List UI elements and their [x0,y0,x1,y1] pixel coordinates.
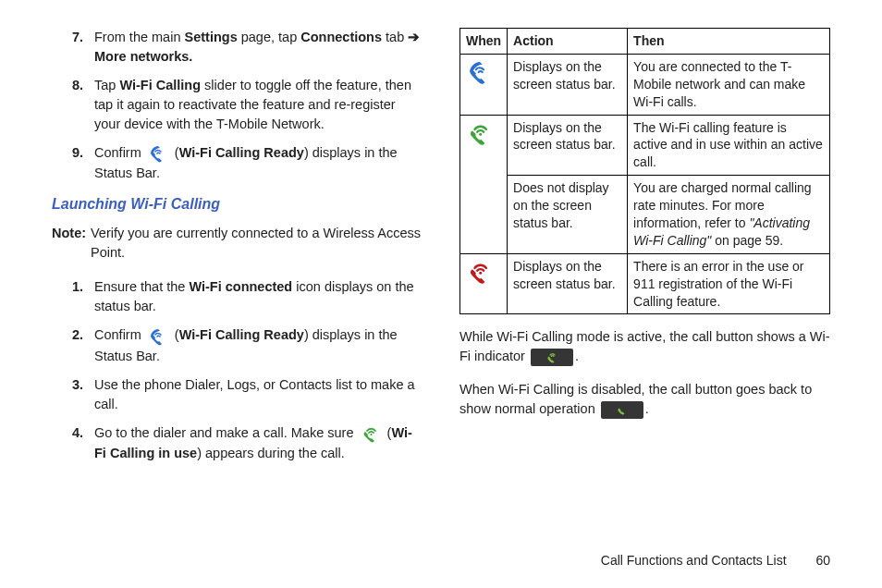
launch-step-1: 1. Ensure that the Wi-Fi connected icon … [68,277,423,316]
left-column: 7. From the main Settings page, tap Conn… [52,28,423,472]
manual-page: 7. From the main Settings page, tap Conn… [0,0,882,588]
table-row: Displays on the screen status bar. There… [460,253,830,314]
step-body: Go to the dialer and make a call. Make s… [94,423,423,463]
wifi-calling-ready-icon [148,143,168,164]
call-button-normal-icon [601,401,643,419]
step-body: Use the phone Dialer, Logs, or Contacts … [94,375,423,414]
launch-step-2: 2. Confirm (Wi-Fi Calling Ready) display… [68,325,423,365]
step-number: 9. [68,143,94,183]
step-body: Tap Wi-Fi Calling slider to toggle off t… [94,76,423,134]
bold-text: Wi-Fi Calling Ready [179,145,304,160]
paragraph-active: While Wi-Fi Calling mode is active, the … [459,327,830,366]
table-row: Displays on the screen status bar. The W… [460,115,830,176]
th-action: Action [508,29,628,55]
bold-text: Connections [300,30,382,44]
paragraph-disabled: When Wi-Fi Calling is disabled, the call… [459,380,830,419]
status-icon-error [460,253,508,314]
action-cell: Displays on the screen status bar. [508,253,628,314]
step-number: 2. [68,325,94,365]
bold-text: Wi-Fi connected [189,279,292,294]
status-icon-connected [460,54,508,115]
text: . [645,401,649,416]
step-body: Confirm (Wi-Fi Calling Ready) displays i… [94,143,423,183]
bold-text: Settings [185,30,238,44]
step-number: 1. [68,277,94,316]
th-then: Then [628,29,830,55]
text: Tap [94,78,119,92]
bold-text: Wi-Fi Calling [119,78,201,92]
section-title: Call Functions and Contacts List [601,553,787,568]
table-row: Displays on the screen status bar. You a… [460,54,830,115]
note-label: Note: [52,224,91,263]
bold-text: Wi-Fi Calling Ready [179,327,304,342]
status-table: When Action Then Displays on the screen … [459,28,830,314]
action-cell: Displays on the screen status bar. [508,115,628,176]
step-number: 4. [68,423,94,463]
launch-step-4: 4. Go to the dialer and make a call. Mak… [68,423,423,463]
then-cell: The Wi-Fi calling feature is active and … [628,115,830,176]
then-cell: You are connected to the T-Mobile networ… [628,54,830,115]
right-column: When Action Then Displays on the screen … [459,28,830,472]
bold-text: More networks. [94,49,192,64]
table-header-row: When Action Then [460,29,830,55]
text: ) appears during the call. [197,446,345,460]
status-icon-active [460,115,508,253]
call-button-wifi-icon [531,349,573,366]
step-7: 7. From the main Settings page, tap Conn… [68,28,423,67]
step-body: From the main Settings page, tap Connect… [94,28,423,67]
launch-step-3: 3. Use the phone Dialer, Logs, or Contac… [68,375,423,414]
text: tab [382,30,408,44]
th-when: When [460,29,508,55]
note-body: Verify you are currently connected to a … [91,224,423,263]
then-cell: You are charged normal calling rate minu… [628,176,830,254]
text: page, tap [238,30,301,44]
step-number: 7. [68,28,94,67]
section-heading: Launching Wi-Fi Calling [52,196,423,213]
text: Confirm [94,327,145,342]
step-number: 8. [68,76,94,134]
arrow-icon: ➔ [408,30,420,44]
step-body: Confirm (Wi-Fi Calling Ready) displays i… [94,325,423,365]
wifi-calling-ready-icon [148,326,168,347]
text: While Wi-Fi Calling mode is active, the … [459,329,830,363]
action-cell: Displays on the screen status bar. [508,54,628,115]
step-9: 9. Confirm (Wi-Fi Calling Ready) display… [68,143,423,183]
wifi-calling-in-use-icon [361,423,381,444]
step-number: 3. [68,375,94,414]
action-cell: Does not display on the screen status ba… [508,176,628,254]
text: Ensure that the [94,279,189,294]
page-footer: Call Functions and Contacts List 60 [601,553,830,568]
text: Go to the dialer and make a call. Make s… [94,425,358,440]
text: From the main [94,30,185,44]
then-cell: There is an error in the use or 911 regi… [628,253,830,314]
step-8: 8. Tap Wi-Fi Calling slider to toggle of… [68,76,423,134]
text: . [575,349,579,363]
text: Confirm [94,145,145,160]
note: Note: Verify you are currently connected… [52,224,423,263]
text: on page 59. [711,233,783,248]
page-number: 60 [815,553,830,568]
table-row: Does not display on the screen status ba… [460,176,830,254]
step-body: Ensure that the Wi-Fi connected icon dis… [94,277,423,316]
